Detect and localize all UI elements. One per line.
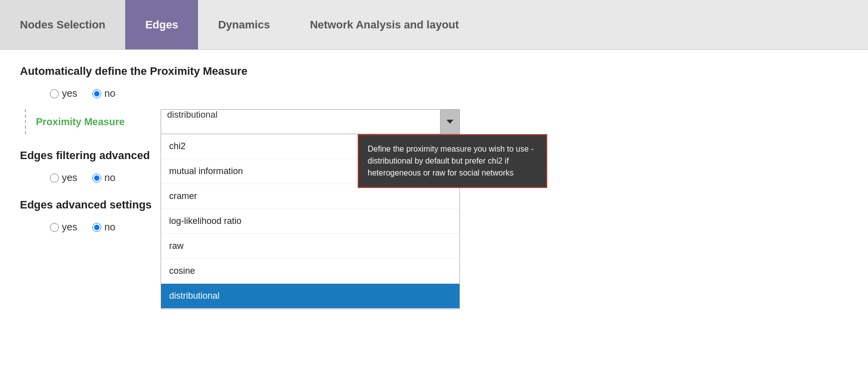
edges-advanced-no-radio[interactable] — [92, 223, 101, 232]
proximity-section: Automatically define the Proximity Measu… — [20, 65, 848, 134]
auto-proximity-yes-label[interactable]: yes — [50, 88, 77, 99]
tab-bar: Nodes Selection Edges Dynamics Network A… — [0, 0, 868, 50]
edges-advanced-yes-radio[interactable] — [50, 223, 59, 232]
proximity-select-wrapper: distributional chi2 mutual information c… — [161, 109, 460, 134]
auto-proximity-yes-radio[interactable] — [50, 89, 59, 98]
edges-advanced-yes-label[interactable]: yes — [50, 221, 77, 233]
dropdown-item-distributional[interactable]: distributional — [161, 284, 459, 309]
dropdown-item-raw[interactable]: raw — [161, 234, 459, 259]
auto-proximity-no-radio[interactable] — [92, 89, 101, 98]
proximity-section-title: Automatically define the Proximity Measu… — [20, 65, 848, 78]
tab-network-analysis[interactable]: Network Analysis and layout — [290, 0, 479, 49]
tab-dynamics[interactable]: Dynamics — [198, 0, 290, 49]
edges-filtering-yes-radio[interactable] — [50, 174, 59, 183]
edges-filtering-no-radio[interactable] — [92, 174, 101, 183]
proximity-tooltip: Define the proximity measure you wish to… — [358, 134, 547, 188]
auto-proximity-radio-group: yes no — [50, 88, 848, 99]
dropdown-item-cosine[interactable]: cosine — [161, 259, 459, 284]
edges-filtering-no-label[interactable]: no — [92, 172, 115, 184]
edges-advanced-no-label[interactable]: no — [92, 221, 115, 233]
main-content: Automatically define the Proximity Measu… — [0, 50, 868, 381]
tab-nodes-selection[interactable]: Nodes Selection — [0, 0, 125, 49]
proximity-select-display[interactable]: distributional — [161, 109, 460, 134]
proximity-measure-row: Proximity Measure distributional chi2 mu… — [36, 109, 848, 134]
dropdown-item-log-likelihood[interactable]: log-likelihood ratio — [161, 209, 459, 234]
tab-edges[interactable]: Edges — [125, 0, 198, 49]
proximity-measure-section: Proximity Measure distributional chi2 mu… — [25, 109, 848, 134]
edges-filtering-yes-label[interactable]: yes — [50, 172, 77, 184]
proximity-measure-label: Proximity Measure — [36, 116, 146, 128]
auto-proximity-no-label[interactable]: no — [92, 88, 115, 99]
